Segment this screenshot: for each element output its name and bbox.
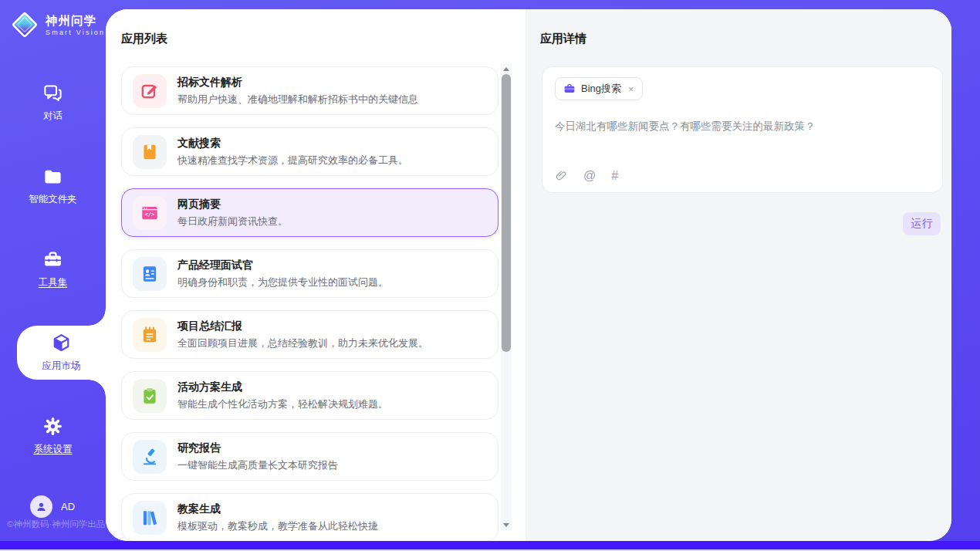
microscope-icon xyxy=(133,440,167,474)
app-card-bid-analysis[interactable]: 招标文件解析 帮助用户快速、准确地理解和解析招标书中的关键信息 xyxy=(121,66,498,115)
app-card-event-plan[interactable]: 活动方案生成 智能生成个性化活动方案，轻松解决规划难题。 xyxy=(121,371,498,420)
clipboard-check-icon xyxy=(133,379,167,413)
app-card-title: 文献搜索 xyxy=(177,137,408,150)
app-card-title: 教案生成 xyxy=(177,502,378,516)
book-icon xyxy=(133,135,167,169)
sidebar-item-smart-folder[interactable]: 智能文件夹 xyxy=(0,159,106,213)
app-card-literature-search[interactable]: 文献搜索 快速精准查找学术资源，提高研究效率的必备工具。 xyxy=(121,127,498,176)
sidebar-item-label: 系统设置 xyxy=(34,443,73,456)
copyright-footer: ©神州数码·神州问学出品 xyxy=(7,519,105,530)
cube-icon xyxy=(51,333,72,353)
resume-icon xyxy=(133,257,167,291)
hash-icon[interactable]: # xyxy=(611,169,618,182)
books-icon xyxy=(133,501,167,535)
app-card-title: 招标文件解析 xyxy=(177,76,418,90)
sidebar-item-chat[interactable]: 对话 xyxy=(0,76,106,130)
avatar xyxy=(30,495,52,518)
sidebar: 神州问学 Smart Vision 对话 智能文件夹 xyxy=(0,0,106,541)
app-card-desc: 一键智能生成高质量长文本研究报告 xyxy=(177,458,338,472)
person-icon xyxy=(34,499,49,514)
composer-card[interactable]: Bing搜索 × 今日湖北有哪些新闻要点？有哪些需要关注的最新政策？ @ # xyxy=(542,66,943,193)
diamond-logo-icon xyxy=(10,10,39,39)
app-list-panel: 应用列表 招标文件解析 帮助用户快速、准确地理解和解析招标书中的关键信息 xyxy=(106,9,525,541)
folder-icon xyxy=(42,166,63,187)
user-account[interactable]: AD xyxy=(30,495,75,518)
browser-code-icon: </> xyxy=(133,196,167,230)
brand-name: 神州问学 xyxy=(46,14,105,27)
app-card-desc: 明确身份和职责，为您提供专业性的面试问题。 xyxy=(177,276,388,289)
sidebar-item-label: 应用市场 xyxy=(42,360,81,373)
brand-logo: 神州问学 Smart Vision xyxy=(10,10,105,39)
app-detail-title: 应用详情 xyxy=(540,32,943,46)
app-window: 神州问学 Smart Vision 对话 智能文件夹 xyxy=(0,0,980,551)
chat-icon xyxy=(42,83,63,103)
close-icon[interactable]: × xyxy=(628,84,634,94)
app-card-desc: 智能生成个性化活动方案，轻松解决规划难题。 xyxy=(177,397,388,411)
sidebar-item-label: 智能文件夹 xyxy=(29,193,77,206)
app-card-desc: 模板驱动，教案秒成，教学准备从此轻松快捷 xyxy=(177,519,378,533)
app-list-title: 应用列表 xyxy=(121,32,510,46)
sidebar-item-label: 工具集 xyxy=(39,276,68,289)
list-scrollbar[interactable] xyxy=(501,64,512,530)
app-detail-panel: 应用详情 Bing搜索 × 今日湖北有哪些新闻要点？有哪些需要关注的最新政策？ xyxy=(525,9,951,541)
app-card-web-summary[interactable]: </> 网页摘要 每日政府新闻资讯快查。 xyxy=(121,188,498,237)
tool-tag-bing-search[interactable]: Bing搜索 × xyxy=(555,77,643,100)
app-card-research-report[interactable]: 研究报告 一键智能生成高质量长文本研究报告 xyxy=(121,432,498,481)
app-card-list: 招标文件解析 帮助用户快速、准确地理解和解析招标书中的关键信息 文献搜索 快速精… xyxy=(121,66,498,541)
brand-subtitle: Smart Vision xyxy=(46,29,105,36)
app-card-lesson-plan[interactable]: 教案生成 模板驱动，教案秒成，教学准备从此轻松快捷 xyxy=(121,493,498,541)
app-card-project-summary[interactable]: 项目总结汇报 全面回顾项目进展，总结经验教训，助力未来优化发展。 xyxy=(121,310,498,359)
sidebar-item-app-market[interactable]: 应用市场 xyxy=(17,326,106,380)
gear-icon xyxy=(42,416,63,437)
sidebar-item-settings[interactable]: 系统设置 xyxy=(0,409,106,463)
sidebar-item-toolset[interactable]: 工具集 xyxy=(0,242,106,296)
app-card-title: 研究报告 xyxy=(177,441,338,455)
at-icon[interactable]: @ xyxy=(583,169,596,182)
app-card-desc: 快速精准查找学术资源，提高研究效率的必备工具。 xyxy=(177,154,408,167)
notepad-icon xyxy=(133,318,167,352)
sidebar-item-label: 对话 xyxy=(43,110,63,123)
app-card-title: 活动方案生成 xyxy=(177,380,388,394)
toolbox-icon xyxy=(42,249,63,270)
run-button[interactable]: 运行 xyxy=(903,212,941,235)
sidebar-nav: 对话 智能文件夹 工具集 xyxy=(0,76,106,492)
bottom-accent-bar xyxy=(0,541,980,549)
app-card-pm-interviewer[interactable]: 产品经理面试官 明确身份和职责，为您提供专业性的面试问题。 xyxy=(121,249,498,298)
app-card-title: 网页摘要 xyxy=(177,198,288,211)
content-area: 应用列表 招标文件解析 帮助用户快速、准确地理解和解析招标书中的关键信息 xyxy=(106,9,951,541)
app-card-desc: 帮助用户快速、准确地理解和解析招标书中的关键信息 xyxy=(177,93,418,106)
scroll-up-arrow-icon[interactable] xyxy=(501,64,512,74)
app-card-desc: 每日政府新闻资讯快查。 xyxy=(177,215,288,228)
scroll-down-arrow-icon[interactable] xyxy=(501,520,512,530)
app-card-title: 项目总结汇报 xyxy=(177,319,428,333)
app-card-desc: 全面回顾项目进展，总结经验教训，助力未来优化发展。 xyxy=(177,336,428,350)
composer-toolbar: @ # xyxy=(555,169,930,182)
pen-square-icon xyxy=(133,74,167,108)
user-initials: AD xyxy=(61,501,75,512)
scrollbar-thumb[interactable] xyxy=(502,74,511,352)
svg-text:</>: </> xyxy=(145,211,155,218)
tool-tag-label: Bing搜索 xyxy=(581,82,621,96)
app-card-title: 产品经理面试官 xyxy=(177,259,388,272)
briefcase-icon xyxy=(563,83,576,95)
query-input[interactable]: 今日湖北有哪些新闻要点？有哪些需要关注的最新政策？ xyxy=(555,120,930,134)
paperclip-icon[interactable] xyxy=(555,169,568,182)
